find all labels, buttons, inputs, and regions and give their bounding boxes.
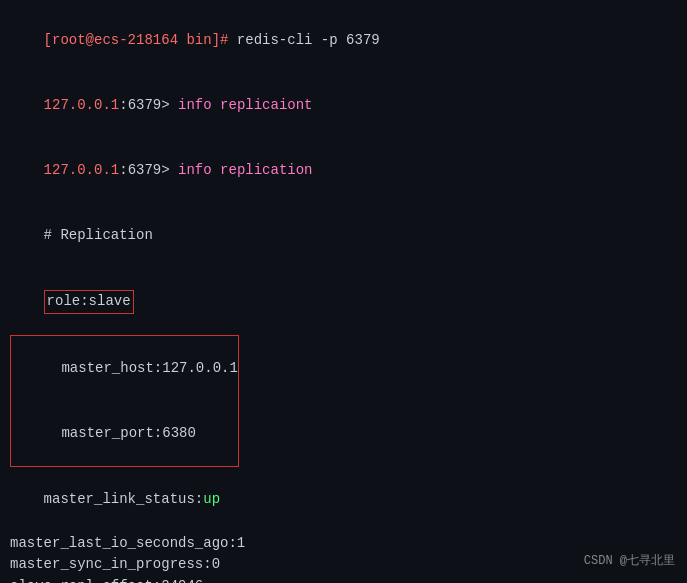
line-role: role:slave	[10, 268, 677, 335]
line-shell-command: [root@ecs-218164 bin]# redis-cli -p 6379	[10, 8, 677, 73]
line-sync-progress: master_sync_in_progress:0	[10, 554, 677, 576]
line-section-header: # Replication	[10, 203, 677, 268]
link-status-val: up	[203, 491, 220, 507]
shell-command-text: redis-cli -p 6379	[228, 32, 379, 48]
redis-prompt-ip-1: 127.0.0.1	[44, 97, 120, 113]
redis-prompt-port-1: :6379>	[119, 97, 169, 113]
link-status-key: master_link_status:	[44, 491, 204, 507]
line-slave-repl-offset: slave_repl_offset:24946	[10, 576, 677, 583]
redis-prompt-port-2: :6379>	[119, 162, 169, 178]
line-master-port: master_port:6380	[11, 401, 238, 466]
section-header-text: # Replication	[44, 227, 153, 243]
redis-cmd-info-1: info	[178, 97, 212, 113]
watermark: CSDN @七寻北里	[584, 552, 675, 569]
line-link-status: master_link_status:up	[10, 467, 677, 532]
redis-cmd-2	[170, 162, 178, 178]
line-master-host: master_host:127.0.0.1	[11, 336, 238, 401]
master-info-box: master_host:127.0.0.1 master_port:6380	[10, 335, 239, 467]
redis-cmd-arg-1: replicaiont	[212, 97, 313, 113]
role-kv: role:slave	[44, 290, 134, 314]
line-last-io: master_last_io_seconds_ago:1	[10, 533, 677, 555]
redis-cmd-arg-2: replication	[212, 162, 313, 178]
line-redis-cmd-2: 127.0.0.1:6379> info replication	[10, 138, 677, 203]
master-port-kv: master_port:6380	[61, 425, 195, 441]
master-host-kv: master_host:127.0.0.1	[61, 360, 237, 376]
redis-cmd-1	[170, 97, 178, 113]
line-redis-cmd-1: 127.0.0.1:6379> info replicaiont	[10, 73, 677, 138]
redis-prompt-ip-2: 127.0.0.1	[44, 162, 120, 178]
shell-prompt: [root@ecs-218164 bin]#	[44, 32, 229, 48]
terminal-window: [root@ecs-218164 bin]# redis-cli -p 6379…	[0, 0, 687, 583]
redis-cmd-info-2: info	[178, 162, 212, 178]
